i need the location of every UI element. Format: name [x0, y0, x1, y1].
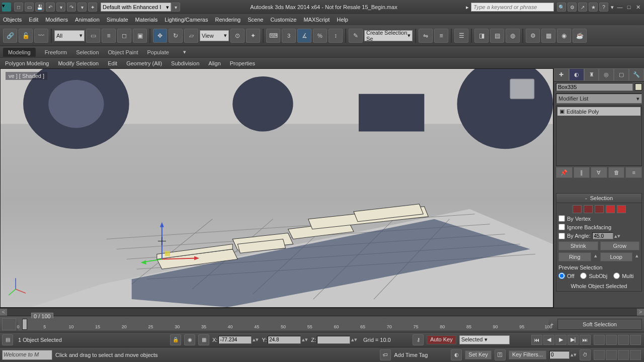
trackbar-ruler[interactable]: 0510152025303540455055606570758085909510… [18, 318, 548, 330]
lock-icon[interactable]: 🔒 [170, 334, 181, 345]
qat-redo-dd2-icon[interactable]: ▾ [77, 3, 87, 12]
cmd-tab-modify-icon[interactable]: ◐ [569, 68, 584, 81]
timeslider-prev-button[interactable]: < [0, 309, 7, 316]
subobj-border-icon[interactable] [595, 205, 604, 213]
percent-snap-icon[interactable]: % [313, 29, 327, 43]
named-selset-icon[interactable]: ✎ [349, 29, 363, 43]
subobj-vertex-icon[interactable] [573, 205, 582, 213]
render-teapot-icon[interactable]: ☕ [573, 29, 587, 43]
schematic-icon[interactable]: ▤ [490, 29, 504, 43]
loop-button[interactable]: Loop [600, 252, 633, 261]
menu-modifiers[interactable]: Modifiers [45, 17, 68, 23]
modifier-stack[interactable]: ▣Editable Poly [556, 106, 642, 166]
maximize-button[interactable]: □ [625, 4, 633, 11]
ribbon-panel-props[interactable]: Properties [227, 59, 258, 67]
ribbon-panel-modsel[interactable]: Modify Selection [55, 59, 102, 67]
modifier-list-dropdown[interactable]: Modifier List▾ [556, 94, 642, 104]
workspace-more-icon[interactable]: ▾ [171, 3, 180, 12]
scale-icon[interactable]: ▱ [184, 29, 198, 43]
qat-link-icon[interactable]: ✦ [88, 3, 97, 12]
snap-toggle-icon[interactable]: 3 [282, 29, 296, 43]
ribbon-tab-objectpaint[interactable]: Object Paint [108, 49, 138, 55]
menu-objects[interactable]: Objects [3, 17, 22, 23]
object-color-swatch[interactable] [635, 83, 642, 90]
play-icon[interactable]: ▶ [555, 335, 567, 345]
workspace-dropdown[interactable]: Default with Enhanced I▾ [101, 3, 171, 12]
coord-y-input[interactable] [268, 336, 301, 344]
key-mode-icon[interactable]: ⚿ [495, 349, 506, 360]
menu-edit[interactable]: Edit [29, 17, 38, 23]
nav-max-toggle-icon[interactable] [630, 350, 641, 360]
pivot-icon[interactable]: ⊙ [230, 29, 245, 43]
exchange-icon[interactable]: ↗ [578, 3, 587, 12]
z-spinner-icon[interactable]: ▴▾ [351, 336, 357, 343]
ribbon-panel-subdiv[interactable]: Subdivision [168, 59, 202, 67]
ring-button[interactable]: Ring [558, 252, 591, 261]
help-dd-icon[interactable]: ▾ [611, 4, 614, 11]
preview-off-radio[interactable] [558, 273, 565, 279]
stack-make-unique-icon[interactable]: ∀ [591, 167, 607, 178]
stack-remove-icon[interactable]: 🗑 [608, 167, 625, 178]
loop-spinner-icon[interactable]: ▴ [634, 252, 639, 261]
current-frame-input[interactable] [549, 351, 570, 359]
menu-rendering[interactable]: Rendering [215, 17, 240, 23]
trackbar-open-icon[interactable] [2, 318, 16, 330]
y-spinner-icon[interactable]: ▴▾ [302, 336, 308, 343]
mirror-icon[interactable]: ⇋ [419, 29, 433, 43]
set-key-button[interactable]: Set Key [465, 350, 492, 359]
frame-spinner-icon[interactable]: ▴▾ [571, 351, 577, 358]
stack-show-result-icon[interactable]: ∥ [574, 167, 590, 178]
menu-help[interactable]: Help [337, 17, 348, 23]
align-icon[interactable]: ≡ [434, 29, 448, 43]
subscription-icon[interactable]: ⚙ [568, 3, 577, 12]
qat-undo-icon[interactable]: ↶ [46, 3, 55, 12]
info-search-input[interactable] [471, 3, 554, 12]
ribbon-panel-align[interactable]: Align [205, 59, 223, 67]
add-time-tag-button[interactable]: Add Time Tag [394, 352, 428, 358]
nav-walk-icon[interactable] [606, 350, 617, 360]
ribbon-tab-selection[interactable]: Selection [76, 49, 99, 55]
time-config-icon[interactable]: ⏱ [580, 349, 591, 360]
qat-save-icon[interactable]: 💾 [35, 3, 44, 12]
coord-z-input[interactable] [317, 336, 350, 344]
link-icon[interactable]: 🔗 [3, 29, 17, 43]
rotate-icon[interactable]: ↻ [169, 29, 183, 43]
ribbon-tab-modeling[interactable]: Modeling [3, 48, 36, 57]
nav-pan-icon[interactable] [594, 350, 605, 360]
nav-zoom-all-icon[interactable] [606, 335, 617, 345]
rollout-soft-selection-header[interactable]: Soft Selection [557, 319, 642, 330]
move-icon[interactable]: ✥ [153, 29, 167, 43]
qat-redo-dd-icon[interactable]: ▾ [56, 3, 65, 12]
goto-end-icon[interactable]: ⏭ [580, 335, 591, 345]
refcoord-dropdown[interactable]: View▾ [200, 30, 229, 41]
selection-filter-dropdown[interactable]: All▾ [54, 30, 85, 41]
cmd-tab-motion-icon[interactable]: ◎ [599, 68, 614, 81]
menu-simulate[interactable]: Simulate [107, 17, 128, 23]
preview-multi-radio[interactable] [613, 273, 620, 279]
viewport[interactable]: ve ] [ Shaded ] [0, 68, 553, 308]
help-icon[interactable]: ? [599, 3, 608, 12]
ribbon-panel-polymodeling[interactable]: Polygon Modeling [2, 59, 52, 67]
unlink-icon[interactable]: 🔓 [19, 29, 33, 43]
search-icon[interactable]: 🔍 [557, 3, 566, 12]
ribbon-panel-geom[interactable]: Geometry (All) [123, 59, 165, 67]
render-frame-icon[interactable]: ▦ [541, 29, 555, 43]
select-by-name-icon[interactable]: ≡ [102, 29, 116, 43]
minimize-button[interactable]: — [616, 4, 624, 11]
nav-orbit-icon[interactable] [618, 350, 629, 360]
by-vertex-checkbox[interactable] [558, 215, 565, 222]
menu-lighting-cameras[interactable]: Lighting/Cameras [165, 17, 208, 23]
x-spinner-icon[interactable]: ▴▾ [253, 336, 259, 343]
timeslider-next-button[interactable]: > [637, 309, 644, 316]
layers-icon[interactable]: ☰ [454, 29, 468, 43]
nav-zoom-icon[interactable] [594, 335, 605, 345]
rect-region-icon[interactable]: ◻ [117, 29, 131, 43]
render-setup-icon[interactable]: ⚙ [526, 29, 540, 43]
curve-editor-icon[interactable]: ◨ [474, 29, 489, 43]
subobj-edge-icon[interactable] [584, 205, 593, 213]
grow-button[interactable]: Grow [600, 241, 640, 250]
goto-start-icon[interactable]: ⏮ [531, 335, 542, 345]
menu-maxscript[interactable]: MAXScript [303, 17, 330, 23]
subobj-element-icon[interactable] [617, 205, 626, 213]
cmd-tab-create-icon[interactable]: ✚ [554, 68, 569, 81]
